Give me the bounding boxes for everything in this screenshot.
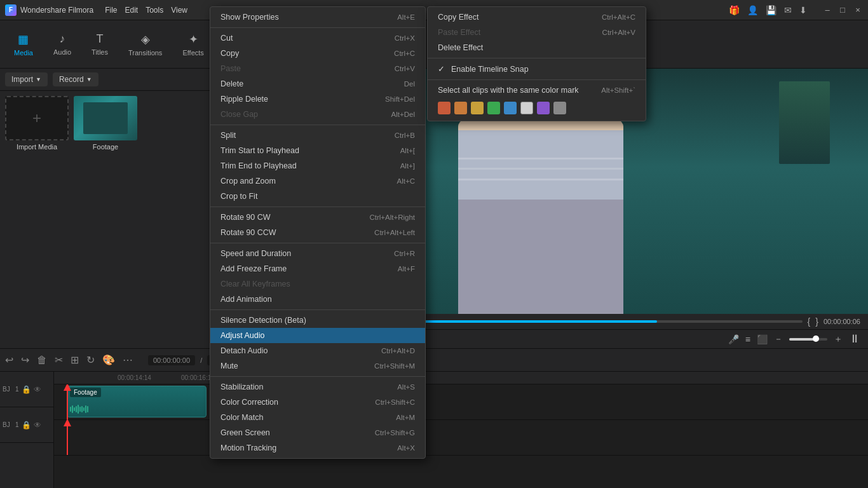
timeline-ruler: 00:00:14:14 00:00:16:16 00:00:18:18 xyxy=(54,372,868,384)
preview-plus-btn[interactable]: ＋ xyxy=(834,334,843,345)
submenu-copy-effect[interactable]: Copy Effect Ctrl+Alt+C xyxy=(428,10,646,25)
waveform-bar xyxy=(83,407,85,411)
paste-effect-label: Paste Effect xyxy=(438,28,480,37)
save-icon[interactable]: 💾 xyxy=(766,5,776,15)
menu-edit[interactable]: Edit xyxy=(125,6,139,15)
color-swatch-gray[interactable] xyxy=(553,102,566,114)
menu-cut[interactable]: Cut Ctrl+X xyxy=(210,30,425,46)
tl-crop-btn[interactable]: ⊞ xyxy=(71,354,79,366)
color-swatch-red[interactable] xyxy=(438,102,451,114)
track-lock-icon-2[interactable]: 🔒 xyxy=(22,421,31,430)
bracket-open-btn[interactable]: { xyxy=(808,316,811,327)
menu-tools[interactable]: Tools xyxy=(146,6,163,15)
color-swatch-green[interactable] xyxy=(487,102,500,114)
menu-view[interactable]: View xyxy=(171,6,187,15)
bracket-close-btn[interactable]: } xyxy=(815,316,818,327)
menu-green-screen[interactable]: Green Screen Ctrl+Shift+G xyxy=(210,425,425,440)
color-swatch-orange[interactable] xyxy=(454,102,467,114)
record-button[interactable]: Record ▼ xyxy=(53,72,98,86)
menu-show-properties[interactable]: Show Properties Alt+E xyxy=(210,10,425,25)
preview-vol-slider[interactable] xyxy=(789,338,827,341)
menu-file[interactable]: File xyxy=(105,6,117,15)
preview-mic-btn[interactable]: 🎤 xyxy=(728,334,739,344)
tab-transitions-label: Transitions xyxy=(128,49,162,57)
menu-adjust-audio[interactable]: Adjust Audio xyxy=(210,328,425,343)
menu-detach-audio[interactable]: Detach Audio Ctrl+Alt+D xyxy=(210,343,425,358)
video-clip[interactable]: Footage xyxy=(67,386,207,417)
tl-undo-btn[interactable]: ↩ xyxy=(5,354,13,366)
color-match-shortcut: Alt+M xyxy=(396,414,415,421)
menu-color-correction[interactable]: Color Correction Ctrl+Shift+C xyxy=(210,395,425,410)
menu-ripple-delete[interactable]: Ripple Delete Shift+Del xyxy=(210,92,425,107)
import-button[interactable]: Import ▼ xyxy=(5,72,48,86)
color-swatch-yellow[interactable] xyxy=(471,102,484,114)
tl-more-btn[interactable]: ⋯ xyxy=(123,354,133,366)
download-icon[interactable]: ⬇ xyxy=(799,5,807,15)
menu-rotate-ccw[interactable]: Rotate 90 CCW Ctrl+Alt+Left xyxy=(210,225,425,240)
stabilization-shortcut: Alt+S xyxy=(397,383,415,391)
menu-crop-fit[interactable]: Crop to Fit xyxy=(210,189,425,204)
maximize-button[interactable]: □ xyxy=(837,5,848,15)
menu-freeze-frame[interactable]: Add Freeze Frame Alt+F xyxy=(210,261,425,276)
menu-speed-duration[interactable]: Speed and Duration Ctrl+R xyxy=(210,246,425,261)
tl-redo-btn[interactable]: ↪ xyxy=(21,354,29,366)
footage-item[interactable]: Footage xyxy=(74,96,137,151)
preview-minus-btn[interactable]: － xyxy=(774,334,783,345)
color-swatch-teal[interactable] xyxy=(504,102,517,114)
menu-rotate-cw[interactable]: Rotate 90 CW Ctrl+Alt+Right xyxy=(210,210,425,225)
submenu-select-color[interactable]: Select all clips with the same color mar… xyxy=(428,83,646,98)
mail-icon[interactable]: ✉ xyxy=(784,5,792,15)
color-swatch-purple[interactable] xyxy=(537,102,550,114)
import-media-item[interactable]: + Import Media xyxy=(5,96,69,151)
rotate-ccw-shortcut: Ctrl+Alt+Left xyxy=(374,229,415,236)
close-button[interactable]: × xyxy=(853,5,863,15)
track-lock-icon[interactable]: 🔒 xyxy=(22,385,31,394)
track-eye-icon-2[interactable]: 👁 xyxy=(34,421,41,430)
tl-split-btn[interactable]: ✂ xyxy=(55,354,63,366)
color-correction-shortcut: Ctrl+Shift+C xyxy=(375,398,415,406)
paste-effect-shortcut: Ctrl+Alt+V xyxy=(602,29,635,36)
track-header-2: BJ 1 🔒 👁 xyxy=(0,407,53,443)
gift-icon[interactable]: 🎁 xyxy=(729,5,740,15)
menu-copy[interactable]: Copy Ctrl+C xyxy=(210,46,425,61)
tl-rotate-btn[interactable]: ↻ xyxy=(86,354,95,366)
menu-silence-detection[interactable]: Silence Detection (Beta) xyxy=(210,313,425,328)
menu-stabilization[interactable]: Stabilization Alt+S xyxy=(210,379,425,395)
menu-mute[interactable]: Mute Ctrl+Shift+M xyxy=(210,358,425,374)
tab-transitions[interactable]: ◈ Transitions xyxy=(119,29,171,60)
menu-crop-zoom[interactable]: Crop and Zoom Alt+C xyxy=(210,173,425,189)
tab-audio[interactable]: ♪ Audio xyxy=(44,29,80,60)
user-icon[interactable]: 👤 xyxy=(747,5,758,15)
submenu-sep-2 xyxy=(428,79,646,80)
preview-pause-btn[interactable]: ⏸ xyxy=(849,332,860,346)
timeline-tracks-header: BJ 1 🔒 👁 BJ 1 🔒 👁 xyxy=(0,372,54,488)
paste-shortcut: Ctrl+V xyxy=(395,65,415,72)
menu-color-match[interactable]: Color Match Alt+M xyxy=(210,410,425,425)
tl-delete-btn[interactable]: 🗑 xyxy=(37,355,47,366)
copy-label: Copy xyxy=(220,49,239,58)
menu-delete[interactable]: Delete Del xyxy=(210,76,425,92)
track-eye-icon[interactable]: 👁 xyxy=(34,385,41,394)
submenu-delete-effect[interactable]: Delete Effect xyxy=(428,40,646,55)
tl-color-btn[interactable]: 🎨 xyxy=(102,354,115,366)
tab-effects-label: Effects xyxy=(182,49,203,57)
color-swatch-white[interactable] xyxy=(520,102,533,114)
menu-motion-tracking[interactable]: Motion Tracking Alt+X xyxy=(210,440,425,456)
tab-titles[interactable]: T Titles xyxy=(83,29,117,60)
minimize-button[interactable]: – xyxy=(822,5,832,15)
submenu-enable-snap[interactable]: ✓ Enable Timeline Snap xyxy=(428,61,646,77)
paste-label: Paste xyxy=(220,64,241,73)
tab-media[interactable]: ▦ Media xyxy=(5,29,42,60)
preview-insert-btn[interactable]: ⬛ xyxy=(757,334,768,344)
detach-audio-label: Detach Audio xyxy=(220,346,268,355)
tab-effects[interactable]: ✦ Effects xyxy=(173,29,212,60)
menu-trim-start[interactable]: Trim Start to Playhead Alt+[ xyxy=(210,143,425,158)
waveform-bar xyxy=(79,407,81,412)
app-icon: F xyxy=(5,4,17,16)
menu-trim-end[interactable]: Trim End to Playhead Alt+] xyxy=(210,158,425,173)
timecode-display: 00:00:00:06 xyxy=(824,318,860,325)
menu-split[interactable]: Split Ctrl+B xyxy=(210,128,425,143)
menu-add-animation[interactable]: Add Animation xyxy=(210,292,425,307)
waveform-bar xyxy=(74,407,75,411)
preview-list-btn[interactable]: ≡ xyxy=(745,334,750,344)
